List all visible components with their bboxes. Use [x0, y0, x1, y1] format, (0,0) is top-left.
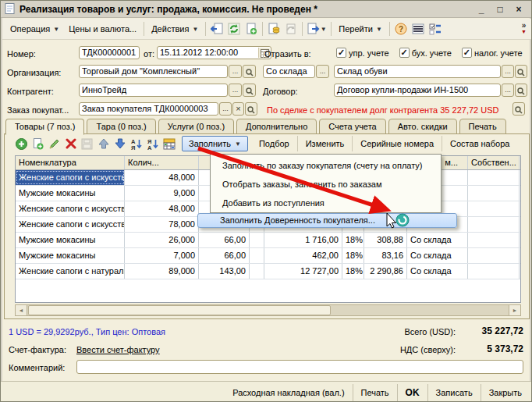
table-cell[interactable]: 2 290,86 [364, 264, 407, 279]
tab[interactable]: Услуги (0 поз.) [158, 119, 234, 134]
prices-currency-button[interactable]: Цены и валюта... [64, 23, 141, 35]
contractor-select-button[interactable]: ... [229, 84, 242, 97]
change-button[interactable]: Изменить [297, 136, 353, 151]
unpost-document-icon[interactable] [282, 21, 300, 37]
order-select-button[interactable]: ... [219, 102, 232, 116]
enter-invoice-link[interactable]: Ввести счет-фактуру [76, 345, 160, 354]
reflect-checkbox[interactable]: ✓бух. учете [399, 48, 452, 58]
table-cell[interactable]: 26,000 [125, 233, 199, 247]
contractor-field[interactable]: ИнноТрейд [79, 84, 228, 97]
table-cell[interactable] [468, 233, 520, 247]
table-cell[interactable]: 48,000 [125, 201, 199, 216]
reflect-checkbox[interactable]: ✓налог. учете [462, 48, 523, 58]
debt-open-icon[interactable] [512, 102, 525, 116]
post-document-icon[interactable] [265, 21, 282, 37]
sort-asc-icon[interactable]: АЯ [128, 136, 144, 151]
edit-row-icon[interactable] [46, 136, 62, 151]
checkbox-icon[interactable]: ✓ [462, 48, 472, 58]
checkbox-icon[interactable]: ✓ [399, 48, 410, 58]
tab[interactable]: Авто. скидки [388, 119, 457, 134]
order-open-icon[interactable] [245, 102, 257, 116]
column-header[interactable]: Собствен... [468, 156, 520, 169]
checkbox-icon[interactable]: ✓ [336, 48, 346, 58]
minimize-button[interactable]: _ [475, 4, 488, 15]
customer-order-field[interactable]: Заказ покупателя ТДК00000003 [79, 102, 218, 116]
menu-item-highlighted[interactable]: Заполнить Доверенность покупателя... [197, 213, 457, 228]
table-cell[interactable]: Со склада [407, 233, 468, 247]
goto-menu-button[interactable]: Перейти▼ [334, 23, 387, 35]
structure-icon[interactable] [410, 21, 427, 37]
move-down-icon[interactable] [112, 136, 128, 151]
tab[interactable]: Печать [459, 119, 506, 134]
table-cell[interactable]: 18% [342, 233, 364, 247]
contract-select-button[interactable]: ... [502, 84, 514, 97]
operation-menu-button[interactable]: Операция▼ [5, 23, 64, 35]
contract-field[interactable]: Договор купли-продажи ИН-1500 [334, 84, 501, 97]
table-cell[interactable]: Мужские мокасины [16, 186, 125, 201]
menu-item[interactable]: Заполнить по заказу покупателя (счету на… [211, 156, 441, 175]
table-cell[interactable] [468, 186, 520, 201]
serial-numbers-button[interactable]: Серийные номера [352, 136, 442, 151]
create-based-on-icon[interactable]: ▼ [305, 21, 328, 37]
bundle-content-button[interactable]: Состав набора [442, 136, 517, 151]
footer-button[interactable]: Записать [427, 384, 481, 401]
horizontal-scrollbar[interactable]: ◄ ► [15, 304, 521, 316]
contract-open-icon[interactable] [515, 84, 527, 97]
table-cell[interactable]: 48,000 [125, 170, 199, 185]
table-cell[interactable]: Мужские мокасины [16, 233, 125, 247]
table-cell[interactable] [468, 248, 520, 263]
footer-button[interactable]: Расходная накладная (вал.) [225, 384, 352, 401]
order-clear-icon[interactable]: × [232, 102, 244, 116]
table-cell[interactable]: Женские сапоги с искусственны... [16, 201, 125, 216]
table-cell[interactable] [468, 170, 520, 185]
table-cell[interactable]: Со склада [407, 264, 468, 279]
table-cell[interactable] [468, 217, 520, 232]
table-cell[interactable] [468, 264, 520, 279]
table-cell[interactable] [468, 201, 520, 216]
table-cell[interactable]: 7,000 [125, 248, 199, 263]
table-cell[interactable]: Мужские мокасины [16, 248, 125, 263]
column-header[interactable]: Номенклатура [16, 156, 125, 169]
sort-desc-icon[interactable]: ЯА [144, 136, 161, 151]
help-icon[interactable]: ? [392, 21, 410, 37]
contractor-open-icon[interactable] [243, 84, 256, 97]
table-cell[interactable]: 83,16 [364, 248, 407, 263]
column-header[interactable]: Колич... [125, 156, 199, 169]
scroll-left-icon[interactable]: ◄ [16, 305, 27, 315]
table-cell[interactable]: 66,00 [199, 233, 250, 247]
reflect-checkbox[interactable]: ✓упр. учете [336, 48, 389, 58]
table-cell[interactable]: 66,00 [199, 248, 250, 263]
table-cell[interactable] [250, 264, 264, 279]
table-cell[interactable]: 78,000 [125, 217, 199, 232]
table-cell[interactable]: Со склада [407, 248, 468, 263]
warehouse-open-icon[interactable] [515, 65, 527, 78]
table-cell[interactable]: Женские сапоги с натуральным ... [16, 264, 125, 279]
end-edit-icon[interactable] [79, 136, 95, 151]
organization-field[interactable]: Торговый дом "Комплексный" [79, 65, 228, 78]
table-cell[interactable]: 308,88 [364, 233, 407, 247]
ship-mode-select-button[interactable]: ... [316, 65, 329, 78]
scrollbar-thumb[interactable] [28, 305, 331, 315]
table-cell[interactable] [250, 233, 264, 247]
reread-icon[interactable] [208, 21, 225, 37]
table-cell[interactable]: Женские сапоги с искусственны... [16, 170, 125, 185]
copy-icon[interactable] [243, 21, 260, 37]
menu-item[interactable]: Добавить из поступления [211, 194, 441, 212]
footer-button[interactable]: Печать [353, 384, 397, 401]
date-field[interactable]: 15.11.2012 12:00:00 [157, 46, 271, 59]
comment-input[interactable] [76, 360, 523, 374]
table-cell[interactable]: 89,000 [125, 264, 199, 279]
toolbar-overflow-button[interactable]: »▼ [521, 23, 527, 35]
table-cell[interactable]: 462,00 [264, 248, 342, 263]
table-cell[interactable]: 12 727,00 [264, 264, 342, 279]
scrollbar-track[interactable] [27, 305, 509, 315]
maximize-button[interactable]: □ [494, 4, 506, 15]
table-cell[interactable]: 9,000 [125, 186, 199, 201]
marks-icon[interactable] [427, 21, 444, 37]
organization-open-icon[interactable] [243, 65, 256, 78]
table-cell[interactable]: Женские сапоги с искусственны... [16, 217, 125, 232]
fill-menu-button[interactable]: Заполнить▼ [182, 136, 248, 151]
actions-menu-button[interactable]: Действия▼ [147, 23, 203, 35]
warehouse-select-button[interactable]: ... [502, 65, 514, 78]
tab-active[interactable]: Товары (7 поз.) [5, 119, 84, 135]
